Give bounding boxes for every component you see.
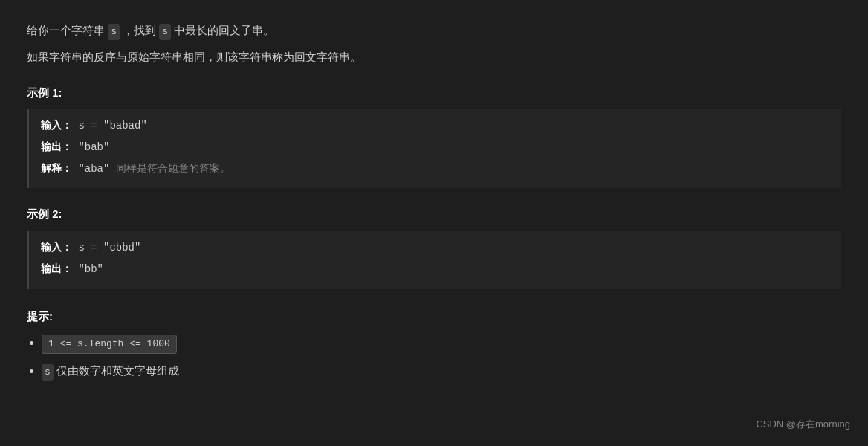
ex1-output-label: 输出： (41, 140, 72, 152)
hint1-item: 1 <= s.length <= 1000 (42, 333, 841, 354)
intro-line2: 如果字符串的反序与原始字符串相同，则该字符串称为回文字符串。 (27, 48, 841, 67)
intro-line1-prefix: 给你一个字符串 (27, 24, 105, 36)
ex2-output-value: "bb" (78, 263, 103, 275)
example2-input: 输入： s = "cbbd" (41, 239, 829, 257)
hints-list: 1 <= s.length <= 1000 s 仅由数字和英文字母组成 (27, 333, 841, 381)
ex2-input-value: s = "cbbd" (78, 242, 140, 253)
example1-title: 示例 1: (27, 83, 841, 103)
ex2-output-label: 输出： (41, 262, 72, 274)
problem-intro: 给你一个字符串 s ，找到 s 中最长的回文子串。 如果字符串的反序与原始字符串… (27, 21, 841, 67)
example2-title: 示例 2: (27, 204, 841, 224)
example1-output: 输出： "bab" (41, 138, 829, 157)
ex1-explain-text: 同样是符合题意的答案。 (116, 163, 230, 175)
hint2-var: s (42, 364, 54, 381)
intro-line1-middle: ，找到 (123, 24, 156, 36)
hint2-item: s 仅由数字和英文字母组成 (42, 361, 841, 381)
ex1-input-label: 输入： (41, 119, 72, 131)
example2-output: 输出： "bb" (41, 260, 829, 279)
hint1-code: 1 <= s.length <= 1000 (42, 334, 177, 354)
ex1-explain-code: "aba" (78, 163, 109, 175)
intro-line1-suffix: 中最长的回文子串。 (174, 24, 274, 36)
example1-block: 输入： s = "babad" 输出： "bab" 解释： "aba" 同样是符… (27, 109, 841, 188)
hints-title: 提示: (27, 307, 841, 326)
hint2-text: 仅由数字和英文字母组成 (56, 364, 179, 377)
footer-credit: CSDN @存在morning (756, 416, 850, 433)
example2-block: 输入： s = "cbbd" 输出： "bb" (27, 231, 841, 289)
ex1-explain-label: 解释： (41, 162, 72, 174)
example1-input: 输入： s = "babad" (41, 117, 829, 135)
ex1-input-value: s = "babad" (78, 120, 146, 132)
ex1-output-value: "bab" (78, 141, 109, 153)
intro-var1: s (108, 24, 120, 40)
ex2-input-label: 输入： (41, 241, 72, 253)
intro-var2: s (159, 24, 171, 40)
intro-line1: 给你一个字符串 s ，找到 s 中最长的回文子串。 (27, 21, 841, 40)
hints-section: 提示: 1 <= s.length <= 1000 s 仅由数字和英文字母组成 (27, 307, 841, 381)
example1-explain: 解释： "aba" 同样是符合题意的答案。 (41, 160, 829, 178)
